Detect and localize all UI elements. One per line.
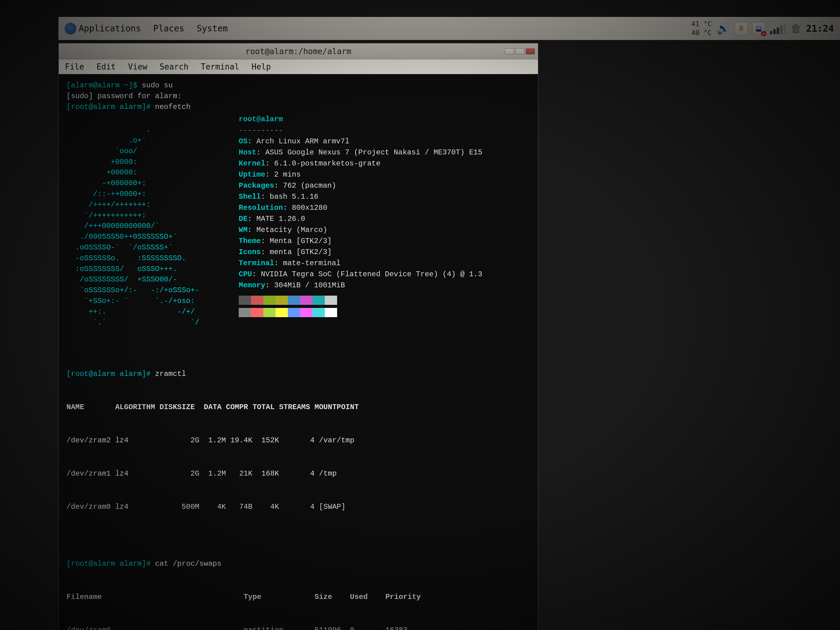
terminal-line-3: [root@alarm alarm]# neofetch bbox=[66, 102, 530, 112]
places-label: Places bbox=[153, 24, 184, 33]
sysinfo-packages: Packages: 762 (pacman) bbox=[239, 180, 482, 191]
signal-strength-icon bbox=[770, 23, 786, 34]
terminal-window: root@alarm:/home/alarm File Edit View Se… bbox=[58, 43, 538, 630]
volume-icon[interactable]: 🔊 bbox=[716, 22, 730, 35]
temperature-display: 41 °C 40 °C bbox=[691, 20, 711, 37]
color-block-b6 bbox=[313, 308, 325, 317]
sysinfo-theme: Theme: Menta [GTK2/3] bbox=[239, 236, 482, 247]
terminal-menu-help[interactable]: Help bbox=[245, 59, 277, 74]
color-block-3 bbox=[276, 295, 288, 305]
color-block-2 bbox=[263, 295, 276, 305]
sysinfo-memory: Memory: 304MiB / 1001MiB bbox=[239, 280, 482, 291]
applications-menu[interactable]: Applications bbox=[58, 17, 147, 40]
swaps-command: [root@alarm alarm]# cat /proc/swaps bbox=[66, 558, 530, 569]
sysinfo-de: DE: MATE 1.26.0 bbox=[239, 213, 482, 224]
bluetooth-icon: ⬓ bbox=[756, 24, 761, 33]
color-block-5 bbox=[300, 295, 313, 305]
sysinfo-wm: WM: Metacity (Marco) bbox=[239, 224, 482, 236]
color-blocks bbox=[239, 295, 482, 305]
panel-right: 41 °C 40 °C 🔊 O ⬓ ✕ 🗑 21:24 bbox=[691, 20, 840, 37]
app-logo-icon bbox=[65, 23, 76, 35]
temp1: 41 °C bbox=[691, 20, 711, 28]
sysinfo-uptime: Uptime: 2 mins bbox=[239, 169, 482, 180]
sysinfo-resolution: Resolution: 800x1280 bbox=[239, 202, 482, 213]
sysinfo-icons: Icons: menta [GTK2/3] bbox=[239, 247, 482, 258]
color-block-7 bbox=[325, 295, 337, 305]
color-block-b3 bbox=[276, 308, 288, 317]
swaps-header: Filename Type Size Used Priority bbox=[66, 592, 530, 603]
terminal-line-1: [alarm@alarm ~]$ sudo su bbox=[66, 80, 530, 91]
bluetooth-container: ⬓ ✕ bbox=[752, 22, 765, 35]
color-block-4 bbox=[288, 295, 300, 305]
zramctl-section: [root@alarm alarm]# zramctl NAME ALGORIT… bbox=[66, 346, 530, 535]
trash-icon[interactable]: 🗑 bbox=[791, 22, 802, 35]
sysinfo-cpu: CPU: NVIDIA Tegra SoC (Flattened Device … bbox=[239, 269, 482, 280]
neofetch-output: . .o+` `ooo/ +0000: +00000: -+000000+: /… bbox=[66, 114, 530, 339]
close-button[interactable] bbox=[526, 48, 535, 54]
color-block-b2 bbox=[263, 308, 276, 317]
sysinfo-title: root@alarm bbox=[239, 114, 482, 125]
swaps-section: [root@alarm alarm]# cat /proc/swaps File… bbox=[66, 536, 530, 630]
zramctl-row-2: /dev/zram0 lz4 500M 4K 74B 4K 4 [SWAP] bbox=[66, 501, 530, 513]
sysinfo-terminal: Terminal: mate-terminal bbox=[239, 258, 482, 269]
zramctl-row-1: /dev/zram1 lz4 2G 1.2M 21K 168K 4 /tmp bbox=[66, 468, 530, 479]
terminal-titlebar: root@alarm:/home/alarm bbox=[59, 43, 538, 59]
color-block-0 bbox=[239, 295, 251, 305]
minimize-button[interactable] bbox=[505, 48, 514, 54]
terminal-menu-view[interactable]: View bbox=[122, 59, 153, 74]
terminal-menu-file[interactable]: File bbox=[59, 59, 90, 74]
color-block-b5 bbox=[300, 308, 313, 317]
color-blocks-bright bbox=[239, 308, 482, 317]
color-block-6 bbox=[313, 295, 325, 305]
zramctl-header: NAME ALGORITHM DISKSIZE DATA COMPR TOTAL… bbox=[66, 402, 530, 413]
terminal-menu-search[interactable]: Search bbox=[153, 59, 195, 74]
color-block-b7 bbox=[325, 308, 337, 317]
terminal-title: root@alarm:/home/alarm bbox=[245, 47, 351, 56]
sysinfo-sep: ---------- bbox=[239, 125, 482, 136]
terminal-menu-terminal[interactable]: Terminal bbox=[195, 59, 245, 74]
applications-label: Applications bbox=[79, 24, 141, 33]
sysinfo: root@alarm ---------- OS: Arch Linux ARM… bbox=[226, 114, 482, 339]
system-label: System bbox=[197, 24, 227, 33]
ascii-art: . .o+` `ooo/ +0000: +00000: -+000000+: /… bbox=[66, 114, 226, 339]
zramctl-command: [root@alarm alarm]# zramctl bbox=[66, 368, 530, 380]
clock-display: 21:24 bbox=[806, 23, 834, 34]
maximize-button[interactable] bbox=[515, 48, 524, 54]
temp2: 40 °C bbox=[691, 28, 711, 38]
color-block-b4 bbox=[288, 308, 300, 317]
color-block-1 bbox=[251, 295, 263, 305]
notification-o-button[interactable]: O bbox=[735, 22, 748, 35]
zramctl-row-0: /dev/zram2 lz4 2G 1.2M 19.4K 152K 4 /var… bbox=[66, 435, 530, 446]
terminal-line-2: [sudo] password for alarm: bbox=[66, 91, 530, 102]
color-block-b1 bbox=[251, 308, 263, 317]
panel-left: Applications Places System bbox=[58, 17, 234, 40]
color-block-b0 bbox=[239, 308, 251, 317]
sysinfo-host: Host: ASUS Google Nexus 7 (Project Nakas… bbox=[239, 147, 482, 158]
terminal-menu-edit[interactable]: Edit bbox=[90, 59, 122, 74]
top-panel: Applications Places System 41 °C 40 °C 🔊… bbox=[58, 17, 840, 40]
terminal-content[interactable]: [alarm@alarm ~]$ sudo su [sudo] password… bbox=[59, 74, 538, 630]
swaps-row-0: /dev/zram0 partition 511996 0 16383 bbox=[66, 625, 530, 630]
sysinfo-shell: Shell: bash 5.1.16 bbox=[239, 191, 482, 202]
terminal-menubar: File Edit View Search Terminal Help bbox=[59, 59, 538, 74]
sysinfo-kernel: Kernel: 6.1.0-postmarketos-grate bbox=[239, 158, 482, 169]
places-menu[interactable]: Places bbox=[147, 17, 190, 40]
sysinfo-os: OS: Arch Linux ARM armv7l bbox=[239, 136, 482, 147]
window-buttons bbox=[505, 48, 535, 54]
spacer bbox=[66, 340, 530, 346]
system-menu[interactable]: System bbox=[190, 17, 234, 40]
bluetooth-off-indicator: ✕ bbox=[761, 31, 766, 36]
